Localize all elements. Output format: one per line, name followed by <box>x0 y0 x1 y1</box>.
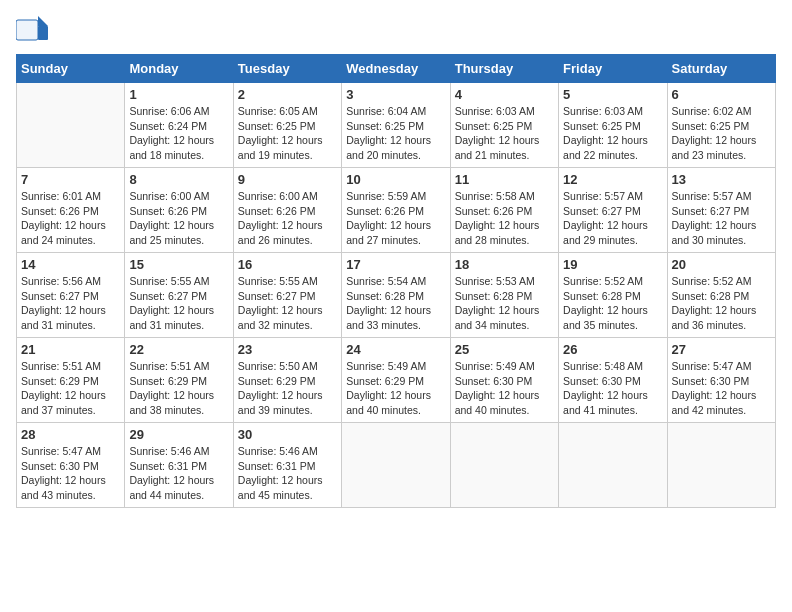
day-number: 27 <box>672 342 771 357</box>
day-number: 17 <box>346 257 445 272</box>
day-info: Sunrise: 6:04 AMSunset: 6:25 PMDaylight:… <box>346 104 445 163</box>
day-number: 9 <box>238 172 337 187</box>
day-number: 21 <box>21 342 120 357</box>
calendar-cell <box>17 83 125 168</box>
calendar-cell: 24Sunrise: 5:49 AMSunset: 6:29 PMDayligh… <box>342 338 450 423</box>
day-info: Sunrise: 6:01 AMSunset: 6:26 PMDaylight:… <box>21 189 120 248</box>
day-info: Sunrise: 5:47 AMSunset: 6:30 PMDaylight:… <box>672 359 771 418</box>
calendar-cell: 14Sunrise: 5:56 AMSunset: 6:27 PMDayligh… <box>17 253 125 338</box>
weekday-header: Friday <box>559 55 667 83</box>
calendar-week-row: 28Sunrise: 5:47 AMSunset: 6:30 PMDayligh… <box>17 423 776 508</box>
day-number: 3 <box>346 87 445 102</box>
calendar-cell: 17Sunrise: 5:54 AMSunset: 6:28 PMDayligh… <box>342 253 450 338</box>
calendar-cell: 7Sunrise: 6:01 AMSunset: 6:26 PMDaylight… <box>17 168 125 253</box>
day-number: 2 <box>238 87 337 102</box>
calendar-week-row: 1Sunrise: 6:06 AMSunset: 6:24 PMDaylight… <box>17 83 776 168</box>
calendar-cell: 3Sunrise: 6:04 AMSunset: 6:25 PMDaylight… <box>342 83 450 168</box>
calendar-cell: 30Sunrise: 5:46 AMSunset: 6:31 PMDayligh… <box>233 423 341 508</box>
calendar-cell: 8Sunrise: 6:00 AMSunset: 6:26 PMDaylight… <box>125 168 233 253</box>
calendar-cell: 12Sunrise: 5:57 AMSunset: 6:27 PMDayligh… <box>559 168 667 253</box>
calendar-cell: 20Sunrise: 5:52 AMSunset: 6:28 PMDayligh… <box>667 253 775 338</box>
day-number: 13 <box>672 172 771 187</box>
calendar-cell: 5Sunrise: 6:03 AMSunset: 6:25 PMDaylight… <box>559 83 667 168</box>
calendar-table: SundayMondayTuesdayWednesdayThursdayFrid… <box>16 54 776 508</box>
day-number: 26 <box>563 342 662 357</box>
day-info: Sunrise: 5:56 AMSunset: 6:27 PMDaylight:… <box>21 274 120 333</box>
day-info: Sunrise: 5:55 AMSunset: 6:27 PMDaylight:… <box>129 274 228 333</box>
day-number: 4 <box>455 87 554 102</box>
calendar-cell: 16Sunrise: 5:55 AMSunset: 6:27 PMDayligh… <box>233 253 341 338</box>
day-number: 14 <box>21 257 120 272</box>
weekday-header: Wednesday <box>342 55 450 83</box>
day-number: 18 <box>455 257 554 272</box>
day-number: 6 <box>672 87 771 102</box>
calendar-week-row: 21Sunrise: 5:51 AMSunset: 6:29 PMDayligh… <box>17 338 776 423</box>
calendar-cell: 25Sunrise: 5:49 AMSunset: 6:30 PMDayligh… <box>450 338 558 423</box>
calendar-cell: 26Sunrise: 5:48 AMSunset: 6:30 PMDayligh… <box>559 338 667 423</box>
day-info: Sunrise: 5:57 AMSunset: 6:27 PMDaylight:… <box>672 189 771 248</box>
day-info: Sunrise: 5:53 AMSunset: 6:28 PMDaylight:… <box>455 274 554 333</box>
calendar-cell: 4Sunrise: 6:03 AMSunset: 6:25 PMDaylight… <box>450 83 558 168</box>
day-info: Sunrise: 5:52 AMSunset: 6:28 PMDaylight:… <box>563 274 662 333</box>
day-info: Sunrise: 5:57 AMSunset: 6:27 PMDaylight:… <box>563 189 662 248</box>
day-info: Sunrise: 5:49 AMSunset: 6:30 PMDaylight:… <box>455 359 554 418</box>
day-number: 7 <box>21 172 120 187</box>
day-info: Sunrise: 5:59 AMSunset: 6:26 PMDaylight:… <box>346 189 445 248</box>
calendar-week-row: 7Sunrise: 6:01 AMSunset: 6:26 PMDaylight… <box>17 168 776 253</box>
calendar-week-row: 14Sunrise: 5:56 AMSunset: 6:27 PMDayligh… <box>17 253 776 338</box>
day-number: 5 <box>563 87 662 102</box>
calendar-cell: 10Sunrise: 5:59 AMSunset: 6:26 PMDayligh… <box>342 168 450 253</box>
day-number: 22 <box>129 342 228 357</box>
svg-marker-1 <box>38 16 48 26</box>
day-info: Sunrise: 5:52 AMSunset: 6:28 PMDaylight:… <box>672 274 771 333</box>
day-info: Sunrise: 6:05 AMSunset: 6:25 PMDaylight:… <box>238 104 337 163</box>
day-info: Sunrise: 5:50 AMSunset: 6:29 PMDaylight:… <box>238 359 337 418</box>
day-info: Sunrise: 5:55 AMSunset: 6:27 PMDaylight:… <box>238 274 337 333</box>
logo-icon <box>16 16 48 44</box>
svg-rect-0 <box>16 20 38 40</box>
day-number: 11 <box>455 172 554 187</box>
day-number: 16 <box>238 257 337 272</box>
day-info: Sunrise: 5:51 AMSunset: 6:29 PMDaylight:… <box>21 359 120 418</box>
calendar-cell: 11Sunrise: 5:58 AMSunset: 6:26 PMDayligh… <box>450 168 558 253</box>
calendar-cell: 6Sunrise: 6:02 AMSunset: 6:25 PMDaylight… <box>667 83 775 168</box>
day-number: 20 <box>672 257 771 272</box>
calendar-cell: 29Sunrise: 5:46 AMSunset: 6:31 PMDayligh… <box>125 423 233 508</box>
day-number: 19 <box>563 257 662 272</box>
day-number: 28 <box>21 427 120 442</box>
calendar-cell: 2Sunrise: 6:05 AMSunset: 6:25 PMDaylight… <box>233 83 341 168</box>
calendar-cell: 18Sunrise: 5:53 AMSunset: 6:28 PMDayligh… <box>450 253 558 338</box>
calendar-cell: 28Sunrise: 5:47 AMSunset: 6:30 PMDayligh… <box>17 423 125 508</box>
day-info: Sunrise: 5:48 AMSunset: 6:30 PMDaylight:… <box>563 359 662 418</box>
day-number: 12 <box>563 172 662 187</box>
day-info: Sunrise: 5:58 AMSunset: 6:26 PMDaylight:… <box>455 189 554 248</box>
day-info: Sunrise: 5:47 AMSunset: 6:30 PMDaylight:… <box>21 444 120 503</box>
day-info: Sunrise: 5:46 AMSunset: 6:31 PMDaylight:… <box>129 444 228 503</box>
day-number: 23 <box>238 342 337 357</box>
day-number: 29 <box>129 427 228 442</box>
day-info: Sunrise: 6:06 AMSunset: 6:24 PMDaylight:… <box>129 104 228 163</box>
day-info: Sunrise: 6:03 AMSunset: 6:25 PMDaylight:… <box>455 104 554 163</box>
day-info: Sunrise: 5:54 AMSunset: 6:28 PMDaylight:… <box>346 274 445 333</box>
day-info: Sunrise: 6:03 AMSunset: 6:25 PMDaylight:… <box>563 104 662 163</box>
day-number: 24 <box>346 342 445 357</box>
calendar-cell <box>559 423 667 508</box>
calendar-header-row: SundayMondayTuesdayWednesdayThursdayFrid… <box>17 55 776 83</box>
day-info: Sunrise: 5:49 AMSunset: 6:29 PMDaylight:… <box>346 359 445 418</box>
day-info: Sunrise: 5:51 AMSunset: 6:29 PMDaylight:… <box>129 359 228 418</box>
calendar-cell <box>667 423 775 508</box>
weekday-header: Monday <box>125 55 233 83</box>
day-number: 30 <box>238 427 337 442</box>
weekday-header: Saturday <box>667 55 775 83</box>
svg-rect-2 <box>38 26 48 40</box>
calendar-cell: 13Sunrise: 5:57 AMSunset: 6:27 PMDayligh… <box>667 168 775 253</box>
calendar-cell: 22Sunrise: 5:51 AMSunset: 6:29 PMDayligh… <box>125 338 233 423</box>
weekday-header: Sunday <box>17 55 125 83</box>
day-number: 1 <box>129 87 228 102</box>
day-number: 25 <box>455 342 554 357</box>
day-info: Sunrise: 6:00 AMSunset: 6:26 PMDaylight:… <box>129 189 228 248</box>
weekday-header: Thursday <box>450 55 558 83</box>
calendar-cell: 27Sunrise: 5:47 AMSunset: 6:30 PMDayligh… <box>667 338 775 423</box>
calendar-cell: 1Sunrise: 6:06 AMSunset: 6:24 PMDaylight… <box>125 83 233 168</box>
day-info: Sunrise: 6:02 AMSunset: 6:25 PMDaylight:… <box>672 104 771 163</box>
